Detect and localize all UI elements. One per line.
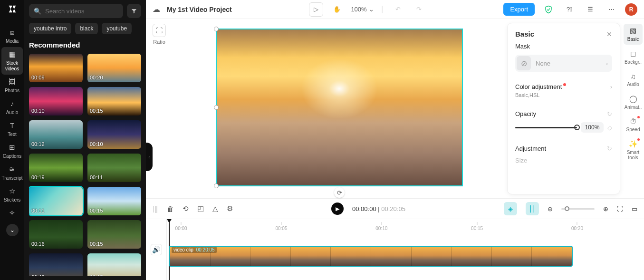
more-button[interactable]: ⋯ <box>604 2 618 17</box>
video-thumbnail[interactable]: 00:15 <box>87 253 141 276</box>
right-rail-audio[interactable]: ♫Audio <box>624 69 643 90</box>
rail-item-captions[interactable]: ⊞Captions <box>0 140 24 162</box>
tag-chip[interactable]: black <box>75 23 98 34</box>
video-thumbnail[interactable]: 00:11 <box>87 154 141 182</box>
rail-item-label: Stickers <box>4 197 21 203</box>
video-thumbnail[interactable]: 00:16 <box>29 220 83 249</box>
video-thumbnail[interactable]: 00:49 <box>29 253 83 276</box>
color-adjustment-row[interactable]: Color adjustment › <box>515 83 612 90</box>
timeline-zoom-slider[interactable] <box>561 208 595 210</box>
user-avatar[interactable]: R <box>625 3 637 16</box>
video-thumbnail[interactable]: 00:15 <box>87 187 141 215</box>
rail-item-audio[interactable]: ♪Audio <box>0 97 24 118</box>
opacity-slider[interactable]: 100% ◇ <box>515 122 612 133</box>
change-indicator-dot <box>563 83 566 86</box>
inspector-close-button[interactable]: ✕ <box>606 30 612 38</box>
export-button[interactable]: Export <box>503 3 535 16</box>
thumbnail-duration: 00:20 <box>90 75 103 80</box>
video-thumbnail[interactable]: 00:10 <box>87 120 141 149</box>
ratio-label: Ratio <box>153 39 165 45</box>
filter-button[interactable] <box>127 4 141 18</box>
zoom-in-button[interactable]: ⊕ <box>603 205 608 212</box>
rail-item-[interactable]: ✧ <box>0 206 24 220</box>
thumbnail-duration: 00:16 <box>31 241 45 247</box>
track-mute-button[interactable]: 🔊 <box>151 244 162 255</box>
rail-item-stickers[interactable]: ☆Stickers <box>0 184 24 206</box>
search-box[interactable]: 🔍 <box>29 4 123 18</box>
rail-item-label: Text <box>8 132 16 137</box>
keyframe-icon[interactable]: ◇ <box>607 124 612 131</box>
total-duration: 00:20:05 <box>381 205 405 212</box>
inspector-title: Basic <box>515 30 534 38</box>
redo-button[interactable]: ↷ <box>412 2 426 17</box>
magnetic-button[interactable]: ⎮⎮ <box>526 202 539 215</box>
rail-expand-button[interactable]: ⌄ <box>6 224 19 236</box>
mask-selector[interactable]: ⊘ None › <box>515 55 612 72</box>
tag-chip[interactable]: youtube intro <box>29 23 71 34</box>
verification-icon[interactable] <box>541 2 556 17</box>
right-rail-label: Speed <box>626 127 640 132</box>
split-tool-icon[interactable]: |‖ <box>153 204 158 213</box>
right-rail-backgr-[interactable]: ◻Backgr.. <box>624 47 643 68</box>
rail-item-stock-videos[interactable]: ▦Stock videos <box>1 47 23 75</box>
hand-tool-button[interactable]: ✋ <box>330 2 344 17</box>
video-thumbnail[interactable]: 00:12 <box>29 120 83 149</box>
resize-handle-ml[interactable] <box>214 105 219 110</box>
video-thumbnail[interactable]: 00:19 <box>29 154 83 182</box>
ratio-button[interactable]: ⛶ Ratio <box>151 24 168 45</box>
rail-item-media[interactable]: ⧈Media <box>0 25 24 47</box>
canvas-zoom-select[interactable]: 100%⌄ <box>351 6 374 13</box>
mirror-button[interactable]: △ <box>212 204 218 213</box>
adjust-button[interactable]: ⚙ <box>227 204 233 213</box>
right-rail-label: Backgr.. <box>625 59 642 65</box>
right-rail-smart-tools[interactable]: ✨Smart tools <box>624 137 643 163</box>
clip-duration: 00:20:05 <box>196 247 215 252</box>
cloud-save-icon[interactable]: ☁ <box>153 5 160 14</box>
zoom-slider-knob[interactable] <box>565 206 569 211</box>
expand-button[interactable]: ▭ <box>632 205 637 212</box>
resize-handle-tl[interactable] <box>214 27 219 31</box>
opacity-value[interactable]: 100% <box>581 122 604 133</box>
canvas-selection-frame[interactable]: ⟳ <box>216 29 463 186</box>
right-rail-speed[interactable]: ⏱Speed <box>624 115 643 135</box>
right-rail-basic[interactable]: ▧Basic <box>624 24 643 45</box>
tag-chip[interactable]: youtube <box>102 23 132 34</box>
delete-button[interactable]: 🗑 <box>167 205 174 213</box>
play-button[interactable]: ▶ <box>331 203 344 215</box>
adjustment-reset-icon[interactable]: ↻ <box>607 145 612 152</box>
slider-track[interactable] <box>515 127 577 128</box>
crop-button[interactable]: ◰ <box>197 204 204 213</box>
pointer-tool-button[interactable]: ▷ <box>309 2 323 17</box>
settings-button[interactable]: ☰ <box>583 2 597 17</box>
video-thumbnail[interactable]: 00:09 <box>29 54 83 82</box>
help-button[interactable]: ?⃝ <box>562 2 577 17</box>
settings-icon: ☰ <box>587 6 593 13</box>
fit-button[interactable]: ⛶ <box>617 205 623 212</box>
search-input[interactable] <box>45 8 118 15</box>
video-thumbnail[interactable]: 00:10 <box>29 87 83 116</box>
mask-none-icon: ⊘ <box>517 56 531 70</box>
mask-value: None <box>536 60 601 67</box>
video-thumbnail[interactable]: 00:20 <box>87 54 141 82</box>
opacity-reset-icon[interactable]: ↻ <box>607 110 612 117</box>
canvas-stage[interactable]: ⟳ <box>173 19 506 198</box>
slider-knob[interactable] <box>574 125 580 130</box>
video-thumbnail[interactable]: 00:15 <box>87 220 141 249</box>
reverse-button[interactable]: ⟲ <box>183 204 189 213</box>
video-thumbnail[interactable]: 00:11 <box>29 187 83 215</box>
rail-item-transcript[interactable]: ≋Transcript <box>0 162 24 184</box>
zoom-out-button[interactable]: ⊖ <box>548 205 553 212</box>
undo-button[interactable]: ↶ <box>391 2 405 17</box>
rail-item-photos[interactable]: 🖼Photos <box>0 75 24 97</box>
right-rail-animat-[interactable]: ◯Animat.. <box>624 92 643 113</box>
ratio-icon: ⛶ <box>156 27 163 34</box>
rail-item-text[interactable]: TText <box>0 118 24 140</box>
project-title[interactable]: My 1st Video Project <box>167 6 232 13</box>
timeline-body[interactable]: 00:0000:0500:1000:1500:20 video clip 00:… <box>167 219 644 280</box>
resize-handle-bl[interactable] <box>214 183 219 188</box>
video-thumbnail[interactable]: 00:15 <box>87 87 141 116</box>
video-clip[interactable]: video clip 00:20:05 <box>169 246 573 267</box>
snap-button[interactable]: ◈ <box>504 202 517 215</box>
rotate-handle[interactable]: ⟳ <box>334 187 345 198</box>
rail-item-icon: ✧ <box>9 209 15 217</box>
